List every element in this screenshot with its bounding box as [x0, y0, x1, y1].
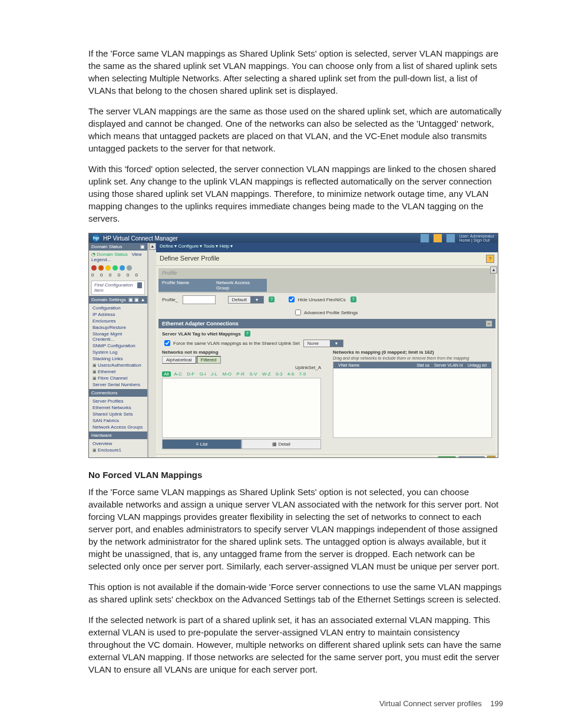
- status-icon-row: [89, 263, 147, 272]
- nav-item[interactable]: Backup/Restore: [89, 324, 147, 331]
- uplinkset-value: UplinkSet_A: [295, 365, 321, 370]
- ethernet-adapter-header: Ethernet Adapter Connections: [162, 321, 239, 327]
- home-icon[interactable]: [433, 233, 442, 243]
- hide-unused-flexnics-checkbox[interactable]: Hide Unused FlexNICs: [286, 295, 345, 304]
- heading-no-forced-vlan: No Forced VLAN Mappings: [88, 470, 503, 480]
- hp-logo-icon: hp: [92, 235, 100, 242]
- titlebar-icon[interactable]: [420, 233, 429, 243]
- nav-item[interactable]: Overview: [89, 440, 147, 447]
- scroll-up-icon[interactable]: ▲: [490, 266, 497, 274]
- sidebar-scrollbar[interactable]: ▲ ▼: [148, 243, 156, 458]
- nav-item-expandable[interactable]: Fibre Channel: [89, 375, 147, 381]
- status-count: 0: [127, 272, 129, 278]
- filtered-button[interactable]: Filtered: [197, 356, 221, 364]
- hardware-header: Hardware: [91, 433, 112, 438]
- network-access-group-select[interactable]: Default▾: [228, 296, 264, 304]
- paragraph: The server VLAN mappings are the same as…: [88, 105, 503, 154]
- footer-page-number: 199: [490, 699, 503, 708]
- detail-view-button[interactable]: ▦ Detail: [242, 439, 321, 449]
- nav-item[interactable]: System Log: [89, 349, 147, 355]
- nav-item[interactable]: Stacking Links: [89, 355, 147, 362]
- grid-col: VNet Name: [336, 363, 414, 367]
- force-same-vlan-checkbox[interactable]: Force the same VLAN mappings as in the S…: [162, 338, 300, 348]
- profile-name-label: Profile_: [162, 297, 178, 302]
- lock-icon: [487, 456, 495, 458]
- grid-col: Stat us: [414, 363, 432, 367]
- expand-collapse-icon[interactable]: ▣ ▣ ▲: [128, 297, 145, 302]
- page-title: Define Server Profile: [160, 255, 220, 263]
- nav-item-expandable[interactable]: Users/Authentication: [89, 362, 147, 368]
- nav-item[interactable]: Network Access Groups: [89, 424, 147, 430]
- nav-item[interactable]: Server Serial Numbers: [89, 381, 147, 388]
- menubar[interactable]: Define ▾ Configure ▾ Tools ▾ Help ▾: [156, 243, 498, 252]
- scroll-up-icon[interactable]: ▲: [149, 243, 156, 250]
- status-dot-major-icon: [98, 265, 104, 271]
- paragraph: If the selected network is part of a sha…: [88, 614, 503, 676]
- nav-item[interactable]: SAN Fabrics: [89, 417, 147, 424]
- nav-item[interactable]: SNMP Configuration: [89, 342, 147, 349]
- nav-item[interactable]: Shared Uplink Sets: [89, 411, 147, 417]
- nav-item[interactable]: Ethernet Networks: [89, 404, 147, 411]
- help-icon[interactable]: ?: [351, 297, 356, 302]
- alpha-filter[interactable]: All A-C D-F G-I J-L M-O P-R S-V W-Z 0-: [162, 371, 321, 377]
- cancel-button[interactable]: Cancel: [458, 456, 485, 459]
- domain-settings-header: Domain Settings: [91, 297, 126, 302]
- profile-section-header: Profile: [158, 268, 495, 278]
- find-go-button[interactable]: [137, 282, 143, 288]
- user-links[interactable]: Home | Sign Out: [459, 238, 490, 242]
- ok-button[interactable]: OK: [438, 456, 457, 459]
- window-title: HP Virtual Connect Manager: [103, 235, 178, 242]
- status-count: 0: [100, 272, 103, 278]
- nav-item-expandable[interactable]: Enclosure1: [89, 447, 147, 453]
- status-dot-info-icon: [120, 265, 125, 271]
- list-view-button[interactable]: ≡ List: [162, 439, 242, 449]
- help-icon[interactable]: ?: [244, 331, 250, 337]
- titlebar-icon[interactable]: [446, 233, 455, 243]
- status-dot-critical-icon: [91, 265, 97, 271]
- help-icon[interactable]: ?: [269, 297, 275, 302]
- status-count: 0: [118, 272, 120, 278]
- nav-item[interactable]: Storage Mgmt Credenti...: [89, 331, 147, 342]
- nav-item[interactable]: Server Profiles: [89, 398, 147, 404]
- advanced-profile-settings-checkbox[interactable]: Advanced Profile Settings: [293, 308, 358, 317]
- sidebar: Domain Status ▣ ◔ Domain Status View Leg…: [89, 243, 148, 458]
- paragraph: If the 'Force same VLAN mappings as Shar…: [88, 47, 503, 97]
- window-titlebar: hp HP Virtual Connect Manager User: Admi…: [89, 233, 498, 243]
- paragraph: This option is not available if the doma…: [88, 581, 503, 605]
- nav-item[interactable]: Enclosures: [89, 318, 147, 324]
- col-network-access-group: Network Access Group: [213, 279, 267, 292]
- networks-in-mapping-label: Networks in mapping (0 mapped; limit is …: [333, 350, 492, 355]
- find-input[interactable]: Find Configuration Item: [94, 282, 137, 293]
- profile-name-input[interactable]: [183, 295, 216, 304]
- status-dot-minor-icon: [105, 265, 111, 271]
- alphabetical-button[interactable]: Alphabetical: [162, 356, 196, 364]
- drag-drop-hint: Drag and drop networks to include them o…: [333, 356, 492, 360]
- domain-status-link[interactable]: Domain Status: [97, 252, 127, 257]
- status-dot-unknown-icon: [127, 265, 132, 271]
- status-count: 0: [135, 272, 138, 278]
- networks-target-grid[interactable]: VNet Name Stat us Server VLAN Id Untagg …: [333, 361, 492, 438]
- paragraph: With this 'forced' option selected, the …: [88, 163, 503, 225]
- status-dot-ok-icon: [113, 265, 118, 271]
- footer-section: Virtual Connect server profiles: [379, 699, 482, 708]
- shared-uplink-set-select[interactable]: None▾: [303, 340, 343, 347]
- nav-item-expandable[interactable]: Ethernet: [89, 368, 147, 375]
- nav-item[interactable]: Configuration: [89, 305, 147, 311]
- nav-item[interactable]: IP Address: [89, 311, 147, 318]
- connections-header: Connections: [91, 390, 117, 396]
- col-profile-name: Profile Name: [158, 279, 213, 292]
- collapse-icon[interactable]: ▣: [140, 244, 145, 249]
- grid-col: Server VLAN Id: [432, 363, 465, 367]
- domain-status-header: Domain Status: [91, 244, 122, 249]
- vlan-mapping-label: Server VLAN Tag to vNet Mappings: [162, 331, 241, 337]
- grid-col: Untagg ed: [465, 363, 489, 367]
- status-count: 0: [91, 272, 94, 278]
- help-icon[interactable]: ?: [486, 255, 494, 263]
- status-count: 0: [109, 272, 111, 278]
- app-screenshot: hp HP Virtual Connect Manager User: Admi…: [88, 233, 498, 458]
- user-role: User: Administrator: [459, 234, 494, 238]
- networks-source-list[interactable]: [162, 378, 321, 438]
- networks-not-in-mapping-label: Networks not in mapping: [162, 350, 321, 355]
- paragraph: If the 'Force same VLAN mappings as Shar…: [88, 486, 503, 572]
- collapse-icon[interactable]: –: [486, 321, 492, 327]
